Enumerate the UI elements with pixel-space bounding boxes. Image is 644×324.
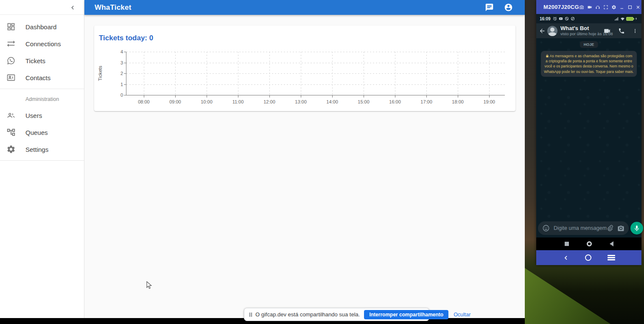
y-tick-label: 4 bbox=[113, 49, 123, 54]
sidebar-item-label: Tickets bbox=[25, 57, 45, 64]
x-tick-mark bbox=[175, 95, 176, 98]
chat-icon[interactable] bbox=[485, 3, 494, 12]
attach-icon[interactable] bbox=[607, 225, 613, 232]
voice-call-icon[interactable] bbox=[618, 28, 625, 34]
mic-button[interactable] bbox=[630, 222, 643, 235]
h-gridline bbox=[126, 63, 505, 63]
status-time: 16:09 bbox=[540, 17, 551, 21]
more-options-icon[interactable] bbox=[632, 28, 638, 34]
signal-icon bbox=[614, 17, 619, 21]
headset-icon[interactable] bbox=[595, 5, 600, 10]
back-button[interactable] bbox=[610, 241, 613, 246]
contacts-icon bbox=[6, 73, 16, 82]
scrcpy-nav-bar bbox=[536, 250, 641, 265]
encryption-notice-text: As mensagens e as chamadas são protegida… bbox=[544, 54, 633, 74]
y-tick-label: 2 bbox=[113, 71, 123, 76]
sidebar-item-label: Users bbox=[25, 112, 42, 119]
camera-icon[interactable] bbox=[617, 225, 624, 232]
charging-bolt-icon bbox=[635, 17, 638, 21]
x-tick-mark bbox=[301, 95, 301, 98]
y-tick-mark bbox=[124, 95, 126, 95]
alarm-icon bbox=[553, 17, 557, 21]
lock-icon bbox=[546, 54, 549, 58]
sidebar-item-users[interactable]: Users bbox=[0, 107, 84, 124]
back-arrow-icon[interactable] bbox=[539, 28, 546, 34]
x-tick-label: 19:00 bbox=[483, 99, 495, 104]
tickets-chart-card: Tickets today: 0 Tickets 08:0009:0010:00… bbox=[94, 25, 515, 111]
chart-title: Tickets today: 0 bbox=[99, 34, 153, 42]
sidebar-item-label: Dashboard bbox=[25, 23, 56, 31]
h-gridline bbox=[126, 84, 505, 85]
phone-status-bar: 16:09 bbox=[536, 14, 641, 23]
y-tick-mark bbox=[124, 63, 126, 63]
x-tick-mark bbox=[238, 95, 238, 98]
whatsapp-chat-header: What's Bot visto por último hoje às 16:0… bbox=[536, 23, 641, 38]
dashboard-icon bbox=[6, 22, 16, 31]
fullscreen-icon[interactable] bbox=[603, 5, 608, 10]
message-input-row: Digite uma mensagem bbox=[538, 221, 640, 235]
emoji-icon[interactable] bbox=[542, 224, 550, 232]
notification-circle-icon bbox=[571, 17, 575, 21]
encryption-notice[interactable]: As mensagens e as chamadas são protegida… bbox=[541, 51, 637, 77]
sidebar-divider bbox=[0, 160, 84, 161]
sidebar-menu: Dashboard Connections Tickets Contacts A… bbox=[0, 15, 84, 161]
message-placeholder: Digite uma mensagem bbox=[554, 225, 607, 231]
sidebar-item-dashboard[interactable]: Dashboard bbox=[0, 18, 84, 35]
gear-icon[interactable] bbox=[611, 5, 616, 10]
y-tick-label: 3 bbox=[113, 60, 123, 65]
contact-last-seen: visto por último hoje às 16:08 bbox=[560, 32, 603, 36]
sidebar-item-connections[interactable]: Connections bbox=[0, 35, 84, 52]
main-content: Tickets today: 0 Tickets 08:0009:0010:00… bbox=[84, 15, 525, 318]
scrcpy-menu-button[interactable] bbox=[608, 255, 615, 260]
wallpaper-grass bbox=[525, 260, 644, 324]
collapse-drawer-button[interactable] bbox=[69, 4, 76, 11]
x-tick-label: 12:00 bbox=[263, 99, 275, 104]
sidebar-item-label: Queues bbox=[25, 129, 48, 136]
phone-screen: 16:09 bbox=[536, 14, 641, 250]
share-indicator-icon bbox=[249, 313, 252, 317]
hide-share-bar-link[interactable]: Ocultar bbox=[454, 312, 470, 318]
x-tick-label: 09:00 bbox=[169, 99, 181, 104]
sidebar-item-queues[interactable]: Queues bbox=[0, 124, 84, 141]
scrcpy-titlebar[interactable]: M2007J20CG bbox=[536, 0, 641, 14]
videocam-icon[interactable] bbox=[587, 5, 592, 10]
date-chip: HOJE bbox=[580, 41, 598, 48]
sidebar-item-label: Contacts bbox=[25, 74, 50, 81]
maximize-icon[interactable] bbox=[627, 5, 633, 10]
sidebar-divider bbox=[0, 89, 84, 89]
sidebar-item-settings[interactable]: Settings bbox=[0, 141, 84, 158]
video-call-icon[interactable] bbox=[603, 27, 611, 35]
account-circle-icon[interactable] bbox=[504, 3, 513, 12]
contact-info[interactable]: What's Bot visto por último hoje às 16:0… bbox=[560, 25, 603, 36]
whatsapp-chat-area: HOJE As mensagens e as chamadas são prot… bbox=[536, 38, 641, 237]
sidebar-toolbar bbox=[0, 0, 84, 15]
wifi-icon bbox=[620, 17, 625, 21]
camera-icon[interactable] bbox=[579, 5, 584, 10]
contact-avatar[interactable] bbox=[547, 26, 557, 36]
sidebar-item-label: Settings bbox=[25, 146, 48, 153]
sidebar-item-tickets[interactable]: Tickets bbox=[0, 52, 84, 69]
message-input[interactable]: Digite uma mensagem bbox=[538, 221, 629, 235]
recents-button[interactable] bbox=[565, 242, 569, 246]
screen: Dashboard Connections Tickets Contacts A… bbox=[0, 0, 644, 324]
x-tick-mark bbox=[269, 95, 270, 98]
home-button[interactable] bbox=[587, 241, 592, 246]
scrcpy-home-button[interactable] bbox=[585, 254, 591, 261]
android-nav-bar bbox=[536, 237, 641, 250]
x-tick-mark bbox=[426, 95, 427, 98]
chart-plot: 08:0009:0010:0011:0012:0013:0014:0015:00… bbox=[126, 52, 505, 95]
minimize-icon[interactable] bbox=[619, 5, 624, 10]
sidebar-section-label: Administration bbox=[0, 92, 84, 107]
y-tick-mark bbox=[124, 52, 126, 52]
users-icon bbox=[6, 111, 16, 120]
x-tick-mark bbox=[458, 95, 458, 98]
settings-icon bbox=[6, 145, 16, 154]
x-tick-label: 14:00 bbox=[326, 99, 338, 104]
sidebar-item-contacts[interactable]: Contacts bbox=[0, 69, 84, 86]
scrcpy-back-button[interactable] bbox=[563, 254, 569, 261]
x-tick-label: 18:00 bbox=[452, 99, 464, 104]
close-icon[interactable] bbox=[636, 5, 641, 10]
x-tick-label: 11:00 bbox=[232, 99, 244, 104]
stop-sharing-button[interactable]: Interromper compartilhamento bbox=[364, 310, 448, 319]
sidebar-item-label: Connections bbox=[25, 40, 61, 47]
